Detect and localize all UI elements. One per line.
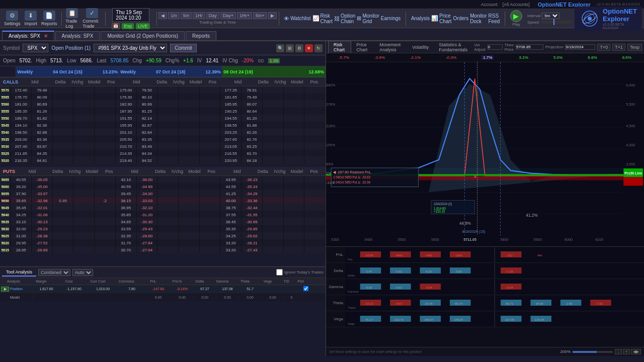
- auto-select[interactable]: Auto: [72, 269, 93, 276]
- separator1: [61, 12, 62, 26]
- analysis-link[interactable]: Analysis: [411, 16, 430, 21]
- play-button[interactable]: ▶: [510, 10, 522, 22]
- commit-trade-button[interactable]: ✓ Commit Trade: [83, 8, 101, 29]
- zoom-minus-button[interactable]: -: [615, 349, 622, 354]
- theo-price-input[interactable]: [516, 44, 543, 50]
- bottom-charts-panel: PnL -107% -84% -45% -16% -151: [326, 246, 644, 347]
- tab-reports[interactable]: Reports: [186, 31, 216, 40]
- movement-analysis-tab[interactable]: Movement Analysis: [374, 41, 407, 53]
- svg-text:5600: 5600: [431, 237, 439, 242]
- interval-5m[interactable]: 5m: [181, 12, 192, 19]
- interval-select[interactable]: 5m1m1Hr: [542, 13, 559, 19]
- chgpct-label: Chg%: [166, 58, 179, 63]
- model-pnlpct: 0.00: [171, 296, 194, 299]
- calls-label: CALLS Mid Delta IVchg Model Pos Mid Delt…: [0, 77, 326, 86]
- table-row: 5635 33.10-30.13 34.65-30.30 36.45-30.69: [0, 218, 326, 225]
- svg-text:44.8%: 44.8%: [459, 221, 471, 226]
- settings-button[interactable]: ⚙ Settings: [4, 11, 21, 26]
- pnl-mini-row: PnL -107% -84% -45% -16% -151: [326, 247, 644, 263]
- position-analysis-row: ▶ Position 1,617.60 -1,157.80 1,010.00 7…: [0, 285, 326, 293]
- trade-log-button[interactable]: 📋 Trade Log: [65, 8, 78, 29]
- monitor-grid-link[interactable]: ⊞Monitor Grid: [357, 13, 379, 24]
- svg-text:6,000: 6,000: [626, 83, 635, 87]
- svg-text:340%: 340%: [326, 83, 336, 87]
- reports-button[interactable]: 📄 Reports: [41, 11, 57, 26]
- svg-text:-0.04: -0.04: [506, 286, 513, 289]
- earnings-link[interactable]: Earnings: [381, 16, 400, 21]
- svg-text:5400: 5400: [364, 237, 372, 242]
- tab-close-1[interactable]: ✕: [44, 33, 48, 39]
- vol-adjust-input[interactable]: [488, 44, 503, 50]
- rss-feed-link[interactable]: RSS Feed: [489, 13, 500, 24]
- svg-text:500: 500: [626, 172, 632, 177]
- logo-block: OptionNET Explorer v2.0.80 BETA 8/14/202…: [575, 7, 642, 31]
- price-chart-tab[interactable]: Price Chart: [351, 41, 374, 53]
- interval-1m[interactable]: 1m: [168, 12, 180, 19]
- risk-chart-svg: ◀ -287.80 Realized PnL 2 09Oct 5850 Put …: [326, 62, 644, 246]
- svg-text:10/4/2024 (0): 10/4/2024 (0): [434, 202, 452, 206]
- svg-text:6000: 6000: [565, 237, 573, 242]
- grid-icon[interactable]: ⊞: [286, 44, 294, 52]
- calendar-icon[interactable]: 📅: [112, 23, 120, 29]
- iv-val: 12.41: [206, 58, 218, 63]
- commit-button[interactable]: Commit: [170, 44, 196, 52]
- texp-button[interactable]: Texp: [627, 44, 642, 51]
- anal-header-margin: Margin: [28, 280, 55, 283]
- symbol-select[interactable]: SPX: [23, 44, 48, 52]
- tab-analysis-spx-2[interactable]: Analysis: SPX: [55, 31, 100, 40]
- zoom-fit-button[interactable]: ◀▶: [631, 349, 641, 354]
- model-delta: 0.00: [194, 296, 216, 299]
- interval-day[interactable]: Day: [206, 12, 219, 19]
- zoom-plus-button[interactable]: +: [623, 349, 630, 354]
- tool-analysis-tab[interactable]: Tool Analysis: [2, 268, 36, 277]
- interval-1hr[interactable]: 1Hr: [193, 12, 205, 19]
- low-val: 5686.: [80, 58, 93, 63]
- monitor-dock-link[interactable]: Monitor Dock: [470, 13, 487, 24]
- position-select[interactable]: #991 SPX 23-day Unb Fly: [94, 44, 167, 52]
- prev-btn[interactable]: ◀: [158, 12, 167, 19]
- risk-chart-tab[interactable]: Risk Chart: [328, 41, 351, 53]
- option-chain-link[interactable]: ⛓Option Chain: [334, 13, 355, 24]
- next-btn[interactable]: ▶: [268, 12, 277, 19]
- close-icon[interactable]: ✕: [305, 44, 313, 52]
- ignore-trades-checkbox[interactable]: [276, 269, 283, 276]
- orders-link[interactable]: Orders: [453, 16, 469, 21]
- delta-mini-chart: 2.47 5.02 6.10 3.63 -1.33 Delta: [345, 263, 644, 279]
- speed-slider[interactable]: [541, 21, 572, 24]
- table-row: 5520 216.3584.81 219.4084.52 220.9584.18: [0, 157, 326, 164]
- projection-date-input[interactable]: [565, 44, 595, 50]
- refresh-icon[interactable]: ↻: [314, 44, 323, 52]
- interval-dayplus[interactable]: Day+: [220, 12, 236, 19]
- t1-button[interactable]: T+1: [612, 44, 625, 51]
- search-icon[interactable]: 🔍: [276, 44, 284, 52]
- volatility-tab[interactable]: Volatility: [407, 44, 434, 51]
- settings-small-icon[interactable]: ⚙: [295, 44, 303, 52]
- risk-chart-link[interactable]: 📈Risk Chart: [312, 13, 333, 24]
- watchlist-link[interactable]: 👁Watchlist: [284, 16, 310, 22]
- import-button[interactable]: ⬇ Import: [25, 11, 38, 26]
- anal-header-currcost: Curr Cost: [83, 280, 113, 283]
- svg-text:-0.04: -0.04: [425, 286, 432, 289]
- svg-text:Delta: Delta: [348, 274, 355, 277]
- statistics-tab[interactable]: Statistics & Fundamentals: [434, 41, 474, 53]
- position-plot-checkbox[interactable]: [303, 286, 308, 291]
- price-levels-bar: -5.7% -3.9% -2.1% -0.3% 1.7% 3.2% 5.0% 6…: [326, 53, 644, 62]
- t0-button[interactable]: T+0: [597, 44, 610, 51]
- tab-monitor-grid[interactable]: Monitor Grid (2 Open Positions): [101, 31, 185, 40]
- tab-analysis-spx-1[interactable]: Analysis: SPX ✕: [2, 31, 54, 40]
- svg-text:4,000: 4,000: [626, 143, 635, 147]
- interval-1hrplus[interactable]: 1Hr+: [237, 12, 252, 19]
- position-expand-icon[interactable]: ▶: [1, 287, 9, 292]
- table-row: 5565 176.7080.09 179.3080.10 181.6579.49: [0, 94, 326, 101]
- svg-rect-29: [623, 177, 643, 186]
- svg-text:-45%: -45%: [425, 254, 433, 257]
- tab-bar: Analysis: SPX ✕ Analysis: SPX Monitor Gr…: [0, 28, 644, 41]
- combined-select[interactable]: Combined: [38, 269, 70, 276]
- anal-header-theta: Theta: [234, 280, 257, 283]
- zoom-slider[interactable]: [573, 351, 613, 353]
- exp-label: Exp: [122, 23, 134, 29]
- price-chart-link[interactable]: 📊Price Chart: [431, 13, 451, 24]
- table-row: 5530 207.4083.87 210.7083.49 213.0583.25: [0, 143, 326, 150]
- interval-5mplus[interactable]: 5m+: [253, 12, 267, 19]
- last-label: Last: [97, 58, 107, 63]
